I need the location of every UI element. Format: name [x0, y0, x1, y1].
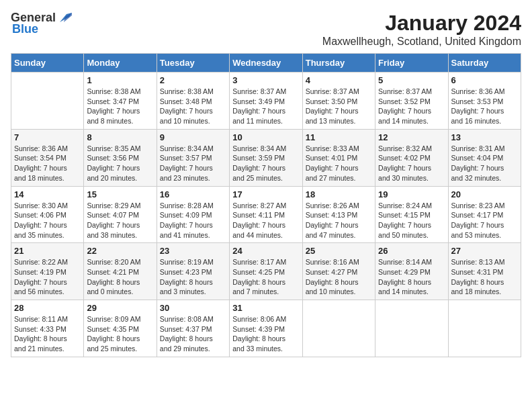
cell-content: Sunrise: 8:31 AMSunset: 4:04 PMDaylight:… — [451, 144, 518, 183]
day-number: 5 — [378, 75, 445, 85]
calendar-cell: 8Sunrise: 8:35 AMSunset: 3:56 PMDaylight… — [84, 129, 157, 186]
cell-content: Sunrise: 8:24 AMSunset: 4:15 PMDaylight:… — [378, 201, 445, 240]
cell-content: Sunrise: 8:20 AMSunset: 4:21 PMDaylight:… — [87, 257, 153, 297]
day-number: 14 — [14, 189, 81, 199]
day-number: 26 — [378, 246, 445, 256]
calendar-cell: 23Sunrise: 8:19 AMSunset: 4:23 PMDayligh… — [157, 243, 229, 300]
logo-blue: Blue — [12, 22, 38, 36]
calendar-cell: 2Sunrise: 8:38 AMSunset: 3:48 PMDaylight… — [157, 73, 229, 130]
calendar-week-row: 28Sunrise: 8:11 AMSunset: 4:33 PMDayligh… — [11, 300, 521, 357]
day-number: 10 — [232, 132, 299, 142]
calendar-header-saturday: Saturday — [448, 54, 521, 73]
calendar-cell: 30Sunrise: 8:08 AMSunset: 4:37 PMDayligh… — [157, 300, 229, 357]
day-number: 8 — [87, 132, 153, 142]
day-number: 29 — [87, 303, 153, 313]
cell-content: Sunrise: 8:14 AMSunset: 4:29 PMDaylight:… — [378, 257, 445, 297]
cell-content: Sunrise: 8:22 AMSunset: 4:19 PMDaylight:… — [14, 257, 81, 297]
calendar-header-monday: Monday — [84, 54, 157, 73]
calendar-week-row: 7Sunrise: 8:36 AMSunset: 3:54 PMDaylight… — [11, 129, 521, 186]
cell-content: Sunrise: 8:08 AMSunset: 4:37 PMDaylight:… — [160, 314, 226, 354]
day-number: 18 — [306, 189, 372, 199]
calendar-header-sunday: Sunday — [11, 54, 84, 73]
calendar-cell: 1Sunrise: 8:38 AMSunset: 3:47 PMDaylight… — [84, 73, 157, 130]
calendar-cell: 27Sunrise: 8:13 AMSunset: 4:31 PMDayligh… — [448, 243, 521, 300]
cell-content: Sunrise: 8:17 AMSunset: 4:25 PMDaylight:… — [232, 257, 299, 297]
cell-content: Sunrise: 8:37 AMSunset: 3:49 PMDaylight:… — [232, 87, 299, 126]
day-number: 19 — [378, 189, 445, 199]
cell-content: Sunrise: 8:16 AMSunset: 4:27 PMDaylight:… — [306, 257, 372, 297]
calendar-cell: 28Sunrise: 8:11 AMSunset: 4:33 PMDayligh… — [11, 300, 84, 357]
day-number: 12 — [378, 132, 445, 142]
cell-content: Sunrise: 8:38 AMSunset: 3:47 PMDaylight:… — [87, 87, 153, 126]
day-number: 30 — [160, 303, 226, 313]
day-number: 25 — [306, 246, 372, 256]
day-number: 16 — [160, 189, 226, 199]
day-number: 3 — [232, 75, 299, 85]
cell-content: Sunrise: 8:38 AMSunset: 3:48 PMDaylight:… — [160, 87, 226, 126]
cell-content: Sunrise: 8:35 AMSunset: 3:56 PMDaylight:… — [87, 144, 153, 183]
calendar-header-tuesday: Tuesday — [157, 54, 229, 73]
cell-content: Sunrise: 8:34 AMSunset: 3:59 PMDaylight:… — [232, 144, 299, 183]
logo: General Blue — [11, 11, 72, 36]
day-number: 13 — [451, 132, 518, 142]
cell-content: Sunrise: 8:30 AMSunset: 4:06 PMDaylight:… — [14, 201, 81, 240]
calendar-cell: 29Sunrise: 8:09 AMSunset: 4:35 PMDayligh… — [84, 300, 157, 357]
cell-content: Sunrise: 8:36 AMSunset: 3:54 PMDaylight:… — [14, 144, 81, 183]
calendar-header-thursday: Thursday — [302, 54, 375, 73]
cell-content: Sunrise: 8:37 AMSunset: 3:50 PMDaylight:… — [306, 87, 372, 126]
day-number: 7 — [14, 132, 81, 142]
day-number: 11 — [306, 132, 372, 142]
calendar-cell: 6Sunrise: 8:36 AMSunset: 3:53 PMDaylight… — [448, 73, 521, 130]
day-number: 21 — [14, 246, 81, 256]
calendar-cell — [302, 300, 375, 357]
calendar-cell — [448, 300, 521, 357]
day-number: 23 — [160, 246, 226, 256]
calendar-cell: 3Sunrise: 8:37 AMSunset: 3:49 PMDaylight… — [230, 73, 302, 130]
cell-content: Sunrise: 8:32 AMSunset: 4:02 PMDaylight:… — [378, 144, 445, 183]
cell-content: Sunrise: 8:06 AMSunset: 4:39 PMDaylight:… — [232, 314, 299, 354]
calendar-cell: 9Sunrise: 8:34 AMSunset: 3:57 PMDaylight… — [157, 129, 229, 186]
calendar-week-row: 14Sunrise: 8:30 AMSunset: 4:06 PMDayligh… — [11, 186, 521, 243]
day-number: 17 — [232, 189, 299, 199]
calendar-cell: 25Sunrise: 8:16 AMSunset: 4:27 PMDayligh… — [302, 243, 375, 300]
calendar-header-row: SundayMondayTuesdayWednesdayThursdayFrid… — [11, 54, 521, 73]
calendar-cell: 21Sunrise: 8:22 AMSunset: 4:19 PMDayligh… — [11, 243, 84, 300]
calendar-cell: 13Sunrise: 8:31 AMSunset: 4:04 PMDayligh… — [448, 129, 521, 186]
calendar-week-row: 1Sunrise: 8:38 AMSunset: 3:47 PMDaylight… — [11, 73, 521, 130]
calendar-cell: 18Sunrise: 8:26 AMSunset: 4:13 PMDayligh… — [302, 186, 375, 243]
cell-content: Sunrise: 8:09 AMSunset: 4:35 PMDaylight:… — [87, 314, 153, 354]
calendar-cell — [11, 73, 84, 130]
calendar-cell: 7Sunrise: 8:36 AMSunset: 3:54 PMDaylight… — [11, 129, 84, 186]
day-number: 20 — [451, 189, 518, 199]
day-number: 2 — [160, 75, 226, 85]
calendar-cell: 10Sunrise: 8:34 AMSunset: 3:59 PMDayligh… — [230, 129, 302, 186]
calendar-cell: 5Sunrise: 8:37 AMSunset: 3:52 PMDaylight… — [375, 73, 448, 130]
logo-icon — [57, 10, 72, 25]
day-number: 31 — [232, 303, 299, 313]
cell-content: Sunrise: 8:34 AMSunset: 3:57 PMDaylight:… — [160, 144, 226, 183]
cell-content: Sunrise: 8:36 AMSunset: 3:53 PMDaylight:… — [451, 87, 518, 126]
day-number: 4 — [306, 75, 372, 85]
month-title: January 2024 — [322, 11, 521, 36]
cell-content: Sunrise: 8:19 AMSunset: 4:23 PMDaylight:… — [160, 257, 226, 297]
day-number: 6 — [451, 75, 518, 85]
cell-content: Sunrise: 8:13 AMSunset: 4:31 PMDaylight:… — [451, 257, 518, 297]
calendar-table: SundayMondayTuesdayWednesdayThursdayFrid… — [11, 53, 521, 357]
cell-content: Sunrise: 8:37 AMSunset: 3:52 PMDaylight:… — [378, 87, 445, 126]
day-number: 28 — [14, 303, 81, 313]
calendar-cell — [375, 300, 448, 357]
calendar-week-row: 21Sunrise: 8:22 AMSunset: 4:19 PMDayligh… — [11, 243, 521, 300]
cell-content: Sunrise: 8:27 AMSunset: 4:11 PMDaylight:… — [232, 201, 299, 240]
title-block: January 2024 Maxwellheugh, Scotland, Uni… — [322, 11, 521, 48]
calendar-cell: 16Sunrise: 8:28 AMSunset: 4:09 PMDayligh… — [157, 186, 229, 243]
cell-content: Sunrise: 8:29 AMSunset: 4:07 PMDaylight:… — [87, 201, 153, 240]
calendar-cell: 24Sunrise: 8:17 AMSunset: 4:25 PMDayligh… — [230, 243, 302, 300]
calendar-cell: 19Sunrise: 8:24 AMSunset: 4:15 PMDayligh… — [375, 186, 448, 243]
calendar-header-friday: Friday — [375, 54, 448, 73]
cell-content: Sunrise: 8:11 AMSunset: 4:33 PMDaylight:… — [14, 314, 81, 354]
calendar-header-wednesday: Wednesday — [230, 54, 302, 73]
cell-content: Sunrise: 8:26 AMSunset: 4:13 PMDaylight:… — [306, 201, 372, 240]
calendar-cell: 17Sunrise: 8:27 AMSunset: 4:11 PMDayligh… — [230, 186, 302, 243]
cell-content: Sunrise: 8:33 AMSunset: 4:01 PMDaylight:… — [306, 144, 372, 183]
calendar-cell: 15Sunrise: 8:29 AMSunset: 4:07 PMDayligh… — [84, 186, 157, 243]
